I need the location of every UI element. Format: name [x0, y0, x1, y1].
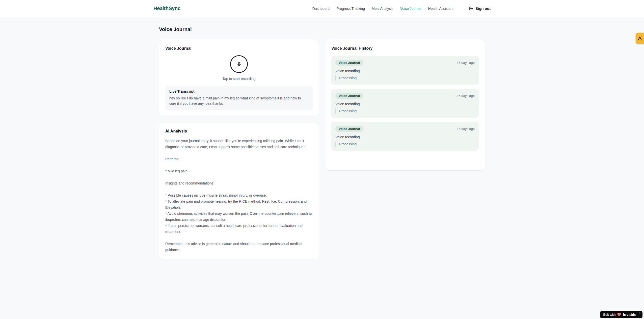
recorder-card-title: Voice Journal: [165, 46, 313, 51]
nav-item-health-assistant[interactable]: Health Assistant: [428, 7, 453, 11]
record-button[interactable]: [230, 55, 248, 73]
history-entry-label: Voice recording: [335, 102, 475, 106]
page-title: Voice Journal: [159, 26, 485, 32]
voice-journal-history-card: Voice Journal History Voice Journal 15 d…: [325, 40, 485, 171]
nav-item-dashboard[interactable]: Dashboard: [312, 7, 330, 11]
ai-analysis-title: AI Analysis: [165, 129, 313, 134]
ai-analysis-body: Based on your journal entry, it sounds l…: [165, 138, 313, 253]
brand-logo[interactable]: HealthSync: [153, 6, 180, 11]
history-timestamp: 15 days ago: [457, 61, 475, 65]
lambda-logo-icon: [637, 36, 642, 41]
history-entry-label: Voice recording: [335, 135, 475, 139]
history-badge: Voice Journal: [335, 60, 363, 66]
voice-recorder-card: Voice Journal Tap to start recording Liv…: [159, 40, 319, 116]
history-item[interactable]: Voice Journal 15 days ago Voice recordin…: [331, 122, 479, 151]
ai-analysis-card: AI Analysis Based on your journal entry,…: [159, 123, 319, 259]
lovable-prefix-label: Edit with: [603, 313, 615, 316]
sign-out-label: Sign out: [475, 6, 491, 11]
browser-extension-badge[interactable]: [636, 33, 644, 44]
main-nav: Dashboard Progress Tracking Meal Analysi…: [312, 6, 491, 11]
history-card-title: Voice Journal History: [331, 46, 479, 51]
live-transcript-title: Live Transcript: [169, 89, 309, 93]
lovable-close-icon[interactable]: ×: [639, 312, 640, 314]
history-badge: Voice Journal: [335, 93, 363, 99]
nav-item-progress-tracking[interactable]: Progress Tracking: [336, 7, 365, 11]
live-transcript-box: Live Transcript hey so like I do have a …: [165, 86, 313, 110]
history-badge: Voice Journal: [335, 126, 363, 132]
history-entry-status: Processing...: [335, 142, 475, 147]
live-transcript-text: hey so like I do have a mild pain in my …: [169, 96, 309, 106]
nav-item-meal-analysis[interactable]: Meal Analysis: [372, 7, 393, 11]
tap-to-record-hint: Tap to start recording: [222, 77, 256, 81]
logout-icon: [469, 6, 473, 11]
lovable-brand-label: lovable: [623, 312, 636, 317]
history-item[interactable]: Voice Journal 15 days ago Voice recordin…: [331, 56, 479, 85]
nav-item-voice-journal[interactable]: Voice Journal: [400, 7, 421, 11]
heart-icon: [617, 313, 621, 316]
edit-with-lovable-badge[interactable]: Edit with lovable ×: [600, 311, 642, 318]
history-timestamp: 15 days ago: [457, 94, 475, 98]
page-content: Voice Journal Voice Journal Tap to start…: [159, 17, 485, 259]
history-item[interactable]: Voice Journal 15 days ago Voice recordin…: [331, 89, 479, 118]
sign-out-button[interactable]: Sign out: [469, 6, 491, 11]
history-entry-label: Voice recording: [335, 69, 475, 73]
history-entry-status: Processing...: [335, 109, 475, 114]
top-navigation-bar: HealthSync Dashboard Progress Tracking M…: [0, 0, 644, 17]
history-entry-status: Processing...: [335, 75, 475, 81]
microphone-icon: [237, 62, 241, 67]
history-timestamp: 15 days ago: [457, 127, 475, 131]
history-list: Voice Journal 15 days ago Voice recordin…: [331, 56, 479, 151]
